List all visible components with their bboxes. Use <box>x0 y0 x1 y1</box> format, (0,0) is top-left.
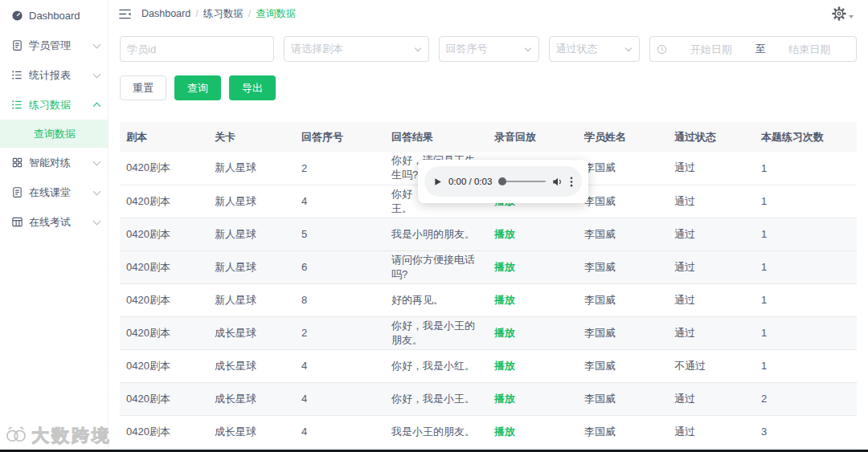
cell-pass-status: 通过 <box>668 250 755 283</box>
cell-practice-count: 1 <box>755 316 857 349</box>
chevron-down-icon <box>93 70 101 78</box>
play-link[interactable]: 播放 <box>494 294 515 306</box>
play-link[interactable]: 播放 <box>494 327 515 339</box>
sidebar-item-label: 练习数据 <box>29 98 88 112</box>
topbar-actions <box>832 6 854 21</box>
audio-play-button[interactable] <box>433 177 442 186</box>
cell-pass-status: 通过 <box>668 316 755 349</box>
cell-practice-count: 1 <box>755 283 857 316</box>
chevron-down-icon <box>93 40 101 48</box>
answer-seq-placeholder: 回答序号 <box>446 42 488 56</box>
practice-icon <box>11 99 23 111</box>
column-header: 剧本 <box>120 122 208 152</box>
sidebar-item-label: 统计报表 <box>29 68 88 83</box>
audio-time: 0:00 / 0:03 <box>448 177 492 186</box>
play-link[interactable]: 播放 <box>494 426 515 438</box>
kebab-menu-icon[interactable] <box>570 177 573 187</box>
cell-pass-status: 通过 <box>668 185 755 218</box>
table-row[interactable]: 0420剧本 成长星球 4 我是小王的朋友。 播放 李国威 通过 3 <box>120 415 857 448</box>
action-buttons: 重置 查询 导出 <box>120 75 857 100</box>
sidebar-subitem[interactable]: 查询数据 <box>0 120 108 148</box>
cell-pass-status: 通过 <box>668 283 755 316</box>
cell-practice-count: 1 <box>755 349 857 382</box>
cell-level: 成长星球 <box>208 349 295 382</box>
play-link[interactable]: 播放 <box>494 393 515 405</box>
sidebar-item[interactable]: 在线考试 <box>0 207 108 237</box>
end-date-input[interactable] <box>770 43 850 55</box>
breadcrumb: Dashboard/练习数据/查询数据 <box>141 7 832 21</box>
chevron-down-icon <box>93 157 101 165</box>
app-window: Dashboard 学员管理 统计报表 练习数据 查询数据 智能对练 在线课堂 … <box>0 0 868 452</box>
column-header: 关卡 <box>208 122 295 152</box>
cell-script: 0420剧本 <box>120 415 208 448</box>
cell-practice-count: 2 <box>755 382 857 415</box>
sidebar: Dashboard 学员管理 统计报表 练习数据 查询数据 智能对练 在线课堂 … <box>0 0 108 452</box>
cell-level: 新人星球 <box>208 218 295 250</box>
table-row[interactable]: 0420剧本 成长星球 4 你好，我是小王。 播放 李国威 通过 2 <box>120 382 857 415</box>
table-row[interactable]: 0420剧本 成长星球 2 你好，我是小王的朋友。 播放 李国威 通过 1 <box>120 316 857 349</box>
answer-seq-select[interactable]: 回答序号 <box>439 36 539 62</box>
cell-pass-status: 通过 <box>668 218 755 250</box>
play-link[interactable]: 播放 <box>494 261 515 273</box>
script-select[interactable]: 请选择剧本 <box>284 36 429 62</box>
audio-seek-thumb[interactable] <box>498 177 506 185</box>
date-range-separator: 至 <box>755 42 766 56</box>
query-button[interactable]: 查询 <box>174 75 221 100</box>
cell-level: 新人星球 <box>208 250 295 283</box>
cell-answer-result: 请问你方便接电话吗? <box>385 250 488 283</box>
breadcrumb-item[interactable]: 练习数据 <box>203 7 244 21</box>
sidebar-item[interactable]: Dashboard <box>0 1 108 31</box>
content-area: 请选择剧本 回答序号 通过状态 至 <box>108 27 868 452</box>
sidebar-item[interactable]: 智能对练 <box>0 148 108 177</box>
audio-seek-slider[interactable] <box>498 181 546 182</box>
chevron-down-icon <box>625 45 632 51</box>
export-button[interactable]: 导出 <box>229 75 276 100</box>
reset-button[interactable]: 重置 <box>120 75 166 100</box>
sidebar-item[interactable]: 在线课堂 <box>0 177 108 207</box>
column-header: 录音回放 <box>488 122 578 152</box>
pass-status-select[interactable]: 通过状态 <box>549 36 640 62</box>
student-id-input[interactable] <box>120 36 274 62</box>
sidebar-item-label: 智能对练 <box>29 156 88 170</box>
cell-answer-seq: 4 <box>295 382 385 415</box>
sidebar-item[interactable]: 统计报表 <box>0 60 108 90</box>
cell-practice-count: 1 <box>755 250 857 283</box>
table-row[interactable]: 0420剧本 新人星球 8 好的再见。 播放 李国威 通过 1 <box>120 283 857 316</box>
sidebar-item[interactable]: 学员管理 <box>0 31 108 60</box>
play-link[interactable]: 播放 <box>494 228 515 240</box>
date-range-picker[interactable]: 至 <box>649 36 857 62</box>
cell-script: 0420剧本 <box>120 316 208 349</box>
table-row[interactable]: 0420剧本 新人星球 6 请问你方便接电话吗? 播放 李国威 通过 1 <box>120 250 857 283</box>
table-row[interactable]: 0420剧本 新人星球 5 我是小明的朋友。 播放 李国威 通过 1 <box>120 218 857 250</box>
breadcrumb-item[interactable]: Dashboard <box>141 8 190 19</box>
cell-audio-playback: 播放 <box>488 415 578 448</box>
sidebar-item[interactable]: 练习数据 <box>0 90 108 120</box>
volume-icon[interactable] <box>552 177 563 187</box>
column-header: 学员姓名 <box>578 122 668 152</box>
cell-student-name: 李国威 <box>578 218 668 250</box>
breadcrumb-item[interactable]: 查询数据 <box>256 7 296 21</box>
chevron-down-icon <box>93 187 101 195</box>
cell-pass-status: 通过 <box>668 415 755 448</box>
gear-icon[interactable] <box>832 6 846 21</box>
start-date-input[interactable] <box>671 43 751 55</box>
cell-answer-result: 你好，我是小王。 <box>385 382 488 415</box>
collapse-menu-icon[interactable] <box>118 8 132 20</box>
filter-bar: 请选择剧本 回答序号 通过状态 至 <box>120 36 857 62</box>
online-exam-icon <box>11 216 23 228</box>
cell-answer-seq: 2 <box>295 316 385 349</box>
cell-script: 0420剧本 <box>120 250 208 283</box>
play-link[interactable]: 播放 <box>494 360 515 372</box>
column-header: 回答结果 <box>385 122 488 152</box>
cell-student-name: 李国威 <box>578 152 668 185</box>
cell-level: 成长星球 <box>208 415 295 448</box>
table-row[interactable]: 0420剧本 成长星球 4 你好，我是小红。 播放 李国威 不通过 1 <box>120 349 857 382</box>
breadcrumb-separator: / <box>195 8 198 19</box>
chevron-down-icon[interactable] <box>849 15 854 18</box>
cell-answer-result: 你好，我是小王的朋友。 <box>385 316 488 349</box>
cell-answer-result: 好的再见。 <box>385 283 488 316</box>
cell-level: 新人星球 <box>208 152 295 185</box>
cell-script: 0420剧本 <box>120 152 208 185</box>
cell-answer-seq: 5 <box>295 218 385 250</box>
audio-player: 0:00 / 0:03 <box>424 166 582 197</box>
